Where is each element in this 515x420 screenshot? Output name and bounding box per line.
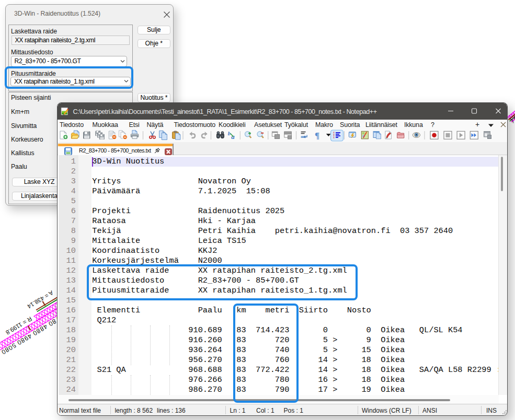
- svg-text:¶: ¶: [315, 131, 319, 141]
- svg-text:b: b: [228, 131, 231, 136]
